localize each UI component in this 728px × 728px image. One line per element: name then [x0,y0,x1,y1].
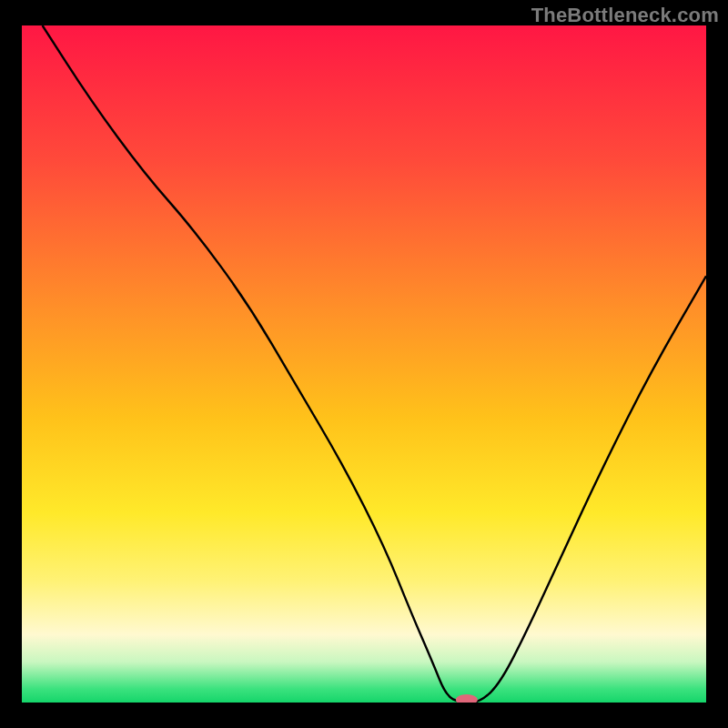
gradient-background [22,25,706,703]
bottleneck-chart [22,25,706,703]
chart-frame: TheBottleneck.com [0,0,728,728]
watermark-text: TheBottleneck.com [531,4,719,27]
